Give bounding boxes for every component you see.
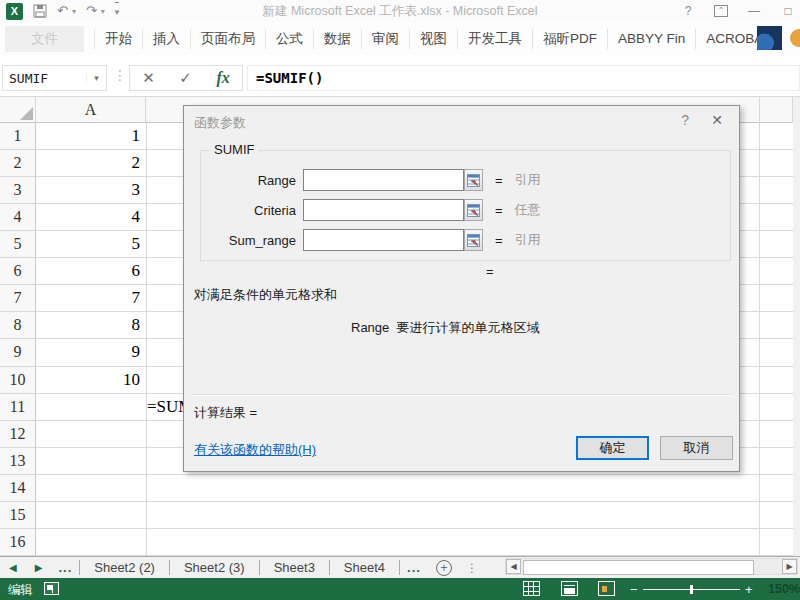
row-header-4[interactable]: 4 xyxy=(0,204,36,231)
parameter-help-text: Range 要进行计算的单元格区域 xyxy=(351,319,540,337)
scroll-left-icon[interactable]: ◀ xyxy=(506,559,521,574)
cell-a8[interactable]: 8 xyxy=(36,315,144,339)
range-picker-icon-sum_range[interactable] xyxy=(464,229,483,251)
formula-text: =SUMIF() xyxy=(248,70,323,86)
name-box[interactable]: SUMIF ▼ xyxy=(2,65,107,91)
ribbon-tabs: 开始插入页面布局公式数据审阅视图开发工具福昕PDFABBYY FinACROBA… xyxy=(48,22,800,55)
cell-a10[interactable]: 10 xyxy=(36,370,144,394)
function-description: 对满足条件的单元格求和 xyxy=(194,286,337,304)
range-picker-icon-criteria[interactable] xyxy=(464,199,483,221)
page-break-view-icon[interactable] xyxy=(598,581,615,596)
row-header-11[interactable]: 11 xyxy=(0,394,36,421)
sheetbar-splitter-icon[interactable]: ⋮ xyxy=(466,561,478,575)
user-avatar[interactable] xyxy=(757,26,782,50)
name-box-dropdown-icon[interactable]: ▼ xyxy=(86,74,106,83)
scrollbar-thumb[interactable] xyxy=(523,560,754,575)
sheet-tab-sheet2-3-[interactable]: Sheet2 (3) xyxy=(170,560,259,575)
row-header-5[interactable]: 5 xyxy=(0,231,36,258)
argument-input-criteria[interactable] xyxy=(303,199,464,221)
title-bar: 新建 Microsoft Excel 工作表.xlsx - Microsoft … xyxy=(0,0,800,22)
row-header-14[interactable]: 14 xyxy=(0,475,36,502)
ok-button[interactable]: 确定 xyxy=(576,436,649,460)
sheet-tab-sheet3[interactable]: Sheet3 xyxy=(260,560,329,575)
tab-7[interactable]: 视图 xyxy=(410,29,458,49)
cell-a1[interactable]: 1 xyxy=(36,126,144,150)
cell-mode-indicator: 编辑 xyxy=(8,582,33,599)
row-header-8[interactable]: 8 xyxy=(0,312,36,339)
save-icon[interactable] xyxy=(33,4,47,18)
tab-10[interactable]: ABBYY Fin xyxy=(608,29,696,49)
row-header-15[interactable]: 15 xyxy=(0,502,36,529)
row-header-2[interactable]: 2 xyxy=(0,150,36,177)
gridline-row xyxy=(36,474,793,475)
sheet-overflow-right[interactable]: ... xyxy=(400,560,428,575)
function-help-link[interactable]: 有关该函数的帮助(H) xyxy=(194,441,316,459)
cancel-button[interactable]: 取消 xyxy=(660,436,733,460)
sheet-tab-sheet4[interactable]: Sheet4 xyxy=(330,560,399,575)
row-header-10[interactable]: 10 xyxy=(0,367,36,394)
cell-a7[interactable]: 7 xyxy=(36,288,144,312)
tab-1[interactable]: 开始 xyxy=(94,29,143,49)
argument-input-range[interactable] xyxy=(303,169,464,191)
formula-input[interactable]: =SUMIF() xyxy=(247,65,800,91)
row-header-7[interactable]: 7 xyxy=(0,285,36,312)
formula-bar-splitter[interactable]: ⋮ xyxy=(113,67,127,83)
cell-a6[interactable]: 6 xyxy=(36,261,144,285)
undo-icon[interactable]: ↶ xyxy=(57,2,68,20)
help-icon[interactable]: ? xyxy=(680,4,696,18)
sheet-nav-left-icon[interactable]: ◀ xyxy=(0,562,26,573)
redo-dropdown-icon[interactable]: ▾ xyxy=(101,7,105,16)
maximize-icon[interactable]: □ xyxy=(780,4,796,18)
minimize-icon[interactable]: — xyxy=(746,4,762,18)
redo-icon[interactable]: ↷ xyxy=(86,2,97,20)
zoom-out-icon[interactable]: − xyxy=(630,582,638,597)
row-header-3[interactable]: 3 xyxy=(0,177,36,204)
dialog-close-icon[interactable]: ✕ xyxy=(711,112,723,128)
insert-function-icon[interactable]: fx xyxy=(216,69,229,87)
cell-a9[interactable]: 9 xyxy=(36,342,144,366)
page-layout-view-icon[interactable] xyxy=(561,581,578,596)
gridline-col-g-h xyxy=(759,97,760,556)
tab-9[interactable]: 福昕PDF xyxy=(533,29,608,49)
row-header-9[interactable]: 9 xyxy=(0,339,36,366)
select-all-corner[interactable] xyxy=(0,97,36,123)
tab-2[interactable]: 插入 xyxy=(143,29,191,49)
sheet-overflow-left[interactable]: ... xyxy=(51,560,79,575)
excel-app-icon[interactable]: X xyxy=(6,3,23,20)
ribbon-display-options-icon[interactable]: ⌃ xyxy=(714,5,728,17)
macro-record-icon[interactable] xyxy=(44,582,59,595)
normal-view-icon[interactable] xyxy=(523,581,540,596)
tab-6[interactable]: 审阅 xyxy=(362,29,410,49)
enter-entry-icon[interactable]: ✓ xyxy=(179,69,192,87)
undo-dropdown-icon[interactable]: ▾ xyxy=(72,7,76,16)
cancel-entry-icon[interactable]: ✕ xyxy=(142,69,155,87)
zoom-slider-thumb[interactable] xyxy=(690,585,693,594)
tab-3[interactable]: 页面布局 xyxy=(191,29,266,49)
row-header-13[interactable]: 13 xyxy=(0,448,36,475)
tab-8[interactable]: 开发工具 xyxy=(458,29,533,49)
sheet-tab-sheet2-2-[interactable]: Sheet2 (2) xyxy=(80,560,169,575)
dialog-title: 函数参数 xyxy=(194,114,246,132)
horizontal-scrollbar[interactable]: ◀ ▶ xyxy=(505,558,798,575)
range-picker-icon-range[interactable] xyxy=(464,169,483,191)
cell-a3[interactable]: 3 xyxy=(36,180,144,204)
argument-input-sum_range[interactable] xyxy=(303,229,464,251)
column-header-a[interactable]: A xyxy=(36,97,146,123)
row-header-12[interactable]: 12 xyxy=(0,421,36,448)
dialog-help-icon[interactable]: ? xyxy=(681,112,689,128)
new-sheet-icon[interactable]: + xyxy=(436,560,452,576)
sheet-nav-right-icon[interactable]: ▶ xyxy=(26,562,52,573)
scroll-right-icon[interactable]: ▶ xyxy=(782,559,797,574)
cell-a2[interactable]: 2 xyxy=(36,153,144,177)
row-header-16[interactable]: 16 xyxy=(0,529,36,556)
tab-5[interactable]: 数据 xyxy=(314,29,362,49)
cell-a5[interactable]: 5 xyxy=(36,234,144,258)
zoom-in-icon[interactable]: + xyxy=(745,582,753,597)
row-header-6[interactable]: 6 xyxy=(0,258,36,285)
function-arguments-dialog: 函数参数 ? ✕ SUMIF Range=引用Criteria=任意Sum_ra… xyxy=(183,105,740,472)
cell-a4[interactable]: 4 xyxy=(36,207,144,231)
tab-4[interactable]: 公式 xyxy=(266,29,314,49)
gridline-col-a-b xyxy=(146,123,147,556)
row-header-1[interactable]: 1 xyxy=(0,123,36,150)
customize-qat-icon[interactable]: ▾ xyxy=(115,2,120,21)
